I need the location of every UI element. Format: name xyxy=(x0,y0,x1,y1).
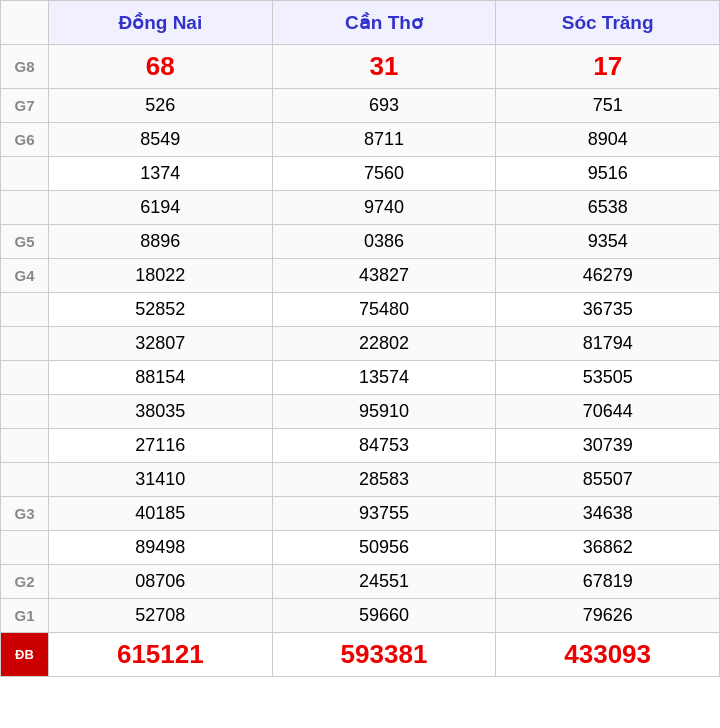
cell-value: 70644 xyxy=(496,395,720,429)
cell-value: 0386 xyxy=(272,225,496,259)
table-row: G3401859375534638 xyxy=(1,497,720,531)
cell-value: 7560 xyxy=(272,157,496,191)
cell-value: 38035 xyxy=(49,395,273,429)
table-row: 619497406538 xyxy=(1,191,720,225)
row-label: G6 xyxy=(1,123,49,157)
cell-value: 52708 xyxy=(49,599,273,633)
cell-value: 751 xyxy=(496,89,720,123)
table-row: 328072280281794 xyxy=(1,327,720,361)
row-label: G8 xyxy=(1,45,49,89)
table-row: 881541357453505 xyxy=(1,361,720,395)
table-row: G4180224382746279 xyxy=(1,259,720,293)
header-soc-trang: Sóc Trăng xyxy=(496,1,720,45)
cell-value: 34638 xyxy=(496,497,720,531)
table-row: G7526693751 xyxy=(1,89,720,123)
row-label xyxy=(1,429,49,463)
header-dong-nai: Đồng Nai xyxy=(49,1,273,45)
row-label: G4 xyxy=(1,259,49,293)
cell-value: 59660 xyxy=(272,599,496,633)
cell-value: 9354 xyxy=(496,225,720,259)
header-label xyxy=(1,1,49,45)
row-label xyxy=(1,361,49,395)
cell-value: 36735 xyxy=(496,293,720,327)
cell-value: 8896 xyxy=(49,225,273,259)
row-label xyxy=(1,531,49,565)
cell-value: 95910 xyxy=(272,395,496,429)
table-row: 314102858385507 xyxy=(1,463,720,497)
row-label: G2 xyxy=(1,565,49,599)
row-label xyxy=(1,327,49,361)
table-row: G1527085966079626 xyxy=(1,599,720,633)
cell-value: 32807 xyxy=(49,327,273,361)
cell-value: 08706 xyxy=(49,565,273,599)
cell-value: 53505 xyxy=(496,361,720,395)
cell-value: 81794 xyxy=(496,327,720,361)
cell-value: 22802 xyxy=(272,327,496,361)
cell-value: 46279 xyxy=(496,259,720,293)
row-label xyxy=(1,293,49,327)
cell-value: 13574 xyxy=(272,361,496,395)
row-label: G5 xyxy=(1,225,49,259)
lottery-table: Đồng Nai Cần Thơ Sóc Trăng G8683117G7526… xyxy=(0,0,720,677)
jackpot-row: ĐB615121593381433093 xyxy=(1,633,720,677)
cell-value: 88154 xyxy=(49,361,273,395)
cell-value: 84753 xyxy=(272,429,496,463)
cell-value: 52852 xyxy=(49,293,273,327)
cell-value: 1374 xyxy=(49,157,273,191)
table-row: G2087062455167819 xyxy=(1,565,720,599)
table-row: 528527548036735 xyxy=(1,293,720,327)
cell-value: 40185 xyxy=(49,497,273,531)
jackpot-value-1: 593381 xyxy=(272,633,496,677)
jackpot-value-2: 433093 xyxy=(496,633,720,677)
cell-value: 50956 xyxy=(272,531,496,565)
cell-value: 75480 xyxy=(272,293,496,327)
cell-value: 8904 xyxy=(496,123,720,157)
cell-value: 6194 xyxy=(49,191,273,225)
table-row: 380359591070644 xyxy=(1,395,720,429)
cell-value: 693 xyxy=(272,89,496,123)
cell-value: 31410 xyxy=(49,463,273,497)
cell-value: 526 xyxy=(49,89,273,123)
cell-value: 89498 xyxy=(49,531,273,565)
jackpot-value-0: 615121 xyxy=(49,633,273,677)
cell-value: 24551 xyxy=(272,565,496,599)
table-row: 137475609516 xyxy=(1,157,720,191)
row-label: G7 xyxy=(1,89,49,123)
row-label: G1 xyxy=(1,599,49,633)
cell-value: 9516 xyxy=(496,157,720,191)
row-label xyxy=(1,395,49,429)
cell-value: 79626 xyxy=(496,599,720,633)
row-label xyxy=(1,157,49,191)
cell-value: 6538 xyxy=(496,191,720,225)
cell-value: 36862 xyxy=(496,531,720,565)
table-row: G8683117 xyxy=(1,45,720,89)
cell-value: 8711 xyxy=(272,123,496,157)
cell-value: 9740 xyxy=(272,191,496,225)
db-label: ĐB xyxy=(1,633,49,677)
table-row: 271168475330739 xyxy=(1,429,720,463)
row-label: G3 xyxy=(1,497,49,531)
header-can-tho: Cần Thơ xyxy=(272,1,496,45)
table-row: G6854987118904 xyxy=(1,123,720,157)
table-row: G5889603869354 xyxy=(1,225,720,259)
cell-value: 18022 xyxy=(49,259,273,293)
table-row: 894985095636862 xyxy=(1,531,720,565)
cell-value: 67819 xyxy=(496,565,720,599)
cell-value: 43827 xyxy=(272,259,496,293)
row-label xyxy=(1,463,49,497)
cell-value: 85507 xyxy=(496,463,720,497)
cell-value: 8549 xyxy=(49,123,273,157)
cell-value: 17 xyxy=(496,45,720,89)
cell-value: 27116 xyxy=(49,429,273,463)
cell-value: 28583 xyxy=(272,463,496,497)
cell-value: 31 xyxy=(272,45,496,89)
cell-value: 93755 xyxy=(272,497,496,531)
cell-value: 68 xyxy=(49,45,273,89)
cell-value: 30739 xyxy=(496,429,720,463)
row-label xyxy=(1,191,49,225)
